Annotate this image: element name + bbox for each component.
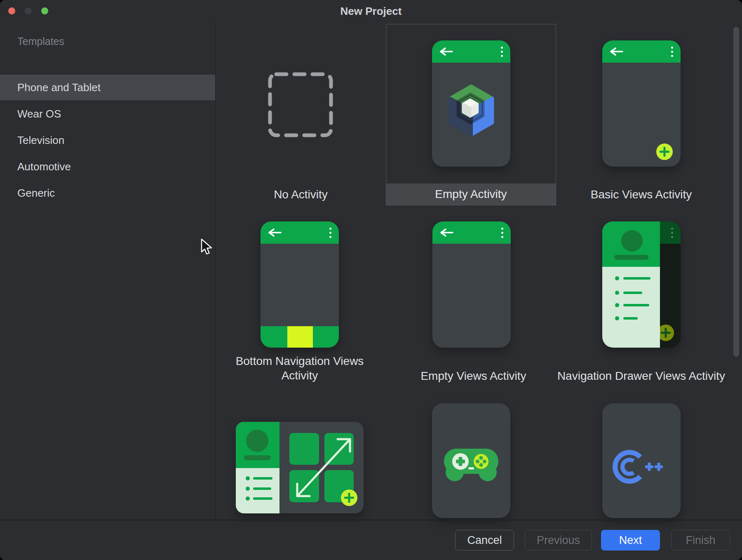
avatar (621, 230, 643, 252)
overflow-menu-icon (329, 228, 331, 238)
gamepad-icon (442, 446, 500, 484)
new-project-dialog: New Project Templates Phone and Tablet W… (0, 0, 742, 560)
sidebar-item-generic[interactable]: Generic (0, 180, 215, 206)
back-arrow-icon (268, 228, 282, 237)
cpp-icon (611, 447, 665, 487)
sidebar-divider (215, 22, 216, 520)
fab-plus-icon (656, 144, 673, 160)
templates-header: Templates (17, 35, 64, 47)
phone-mockup (432, 403, 510, 518)
next-button[interactable]: Next (601, 530, 660, 551)
back-arrow-icon (439, 47, 453, 56)
navigation-drawer (602, 221, 660, 348)
bottom-nav-bar (261, 326, 339, 348)
compose-logo-icon (444, 83, 498, 138)
avatar (246, 430, 268, 452)
template-label: No Activity (216, 187, 386, 202)
phone-mockup (602, 221, 681, 348)
overflow-menu-icon (671, 228, 673, 238)
back-arrow-icon (610, 47, 624, 56)
phone-mockup (261, 221, 339, 348)
fab-plus-icon (341, 489, 357, 506)
overflow-menu-icon (671, 47, 673, 57)
overflow-menu-icon (501, 228, 503, 238)
template-card-primary-detail[interactable] (236, 422, 364, 513)
dashed-placeholder-icon (268, 72, 333, 138)
overflow-menu-icon (501, 47, 503, 57)
fab-plus-icon (657, 325, 674, 341)
footer-divider (0, 520, 742, 520)
cancel-button[interactable]: Cancel (455, 530, 514, 551)
previous-button: Previous (525, 530, 592, 551)
vertical-scrollbar-thumb[interactable] (733, 27, 739, 357)
phone-mockup (602, 40, 681, 167)
window-title: New Project (0, 0, 742, 22)
drawer-panel (236, 422, 279, 513)
phone-mockup (432, 221, 511, 348)
titlebar: New Project (0, 0, 742, 22)
sidebar-item-automotive[interactable]: Automotive (0, 154, 215, 179)
template-label: Navigation Drawer Views Activity (556, 369, 726, 383)
back-arrow-icon (440, 228, 454, 237)
template-label: Empty Views Activity (388, 369, 559, 383)
mouse-cursor (200, 238, 214, 256)
sidebar-item-wear-os[interactable]: Wear OS (0, 101, 215, 127)
template-label: Basic Views Activity (556, 187, 726, 202)
sidebar-item-television[interactable]: Television (0, 127, 215, 153)
finish-button: Finish (671, 530, 730, 551)
phone-mockup (432, 40, 510, 167)
phone-mockup (602, 403, 681, 518)
sidebar-item-phone-and-tablet[interactable]: Phone and Tablet (0, 75, 215, 100)
template-label: Bottom Navigation Views Activity (234, 354, 366, 383)
template-label: Empty Activity (386, 184, 556, 205)
